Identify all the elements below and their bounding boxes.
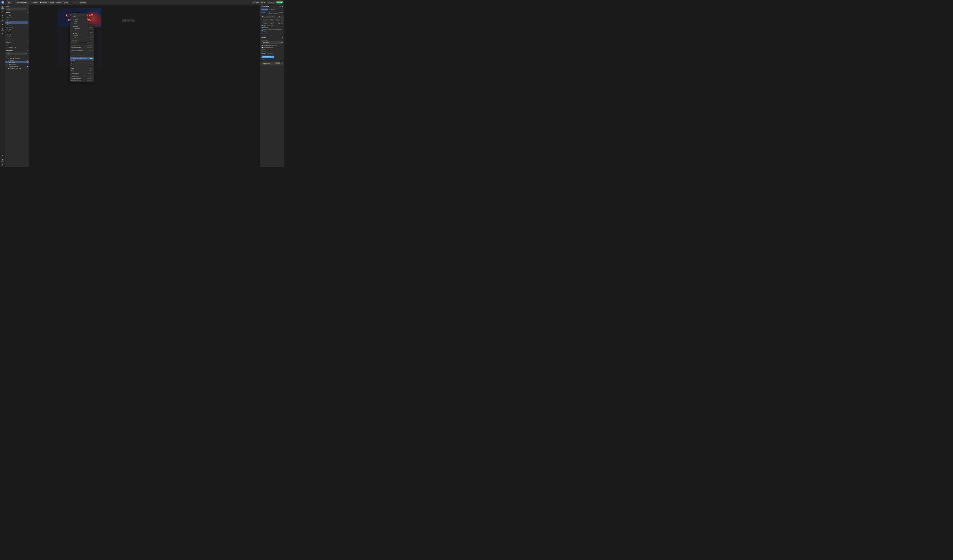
w-input[interactable] xyxy=(263,22,267,24)
y-input[interactable] xyxy=(269,19,274,21)
bubble-logo[interactable]: B xyxy=(2,1,4,4)
section-dropdown[interactable]: index ▾ xyxy=(7,2,12,4)
h-input[interactable] xyxy=(269,22,274,24)
ctx-arrange[interactable]: Arrange... ▶ xyxy=(70,60,94,62)
expand-size-btn[interactable]: ⤢ xyxy=(281,19,282,21)
sidebar-item-data[interactable]: Data xyxy=(1,14,5,19)
version-dropdown[interactable]: marc-dev ▾ xyxy=(267,2,275,4)
ctx-delete[interactable]: Delete DELETE xyxy=(70,70,94,72)
tree-item-dont-have[interactable]: T Don't have an account? xyxy=(5,57,29,59)
fixed-width-checkbox[interactable] xyxy=(262,27,262,28)
expand-icon-2[interactable]: ▶ xyxy=(6,62,7,63)
element-header[interactable]: Element ▾ xyxy=(5,11,29,14)
container-item-repeating[interactable]: ≡ Repeating Group xyxy=(5,46,28,48)
input-disabled-checkbox[interactable] xyxy=(262,47,262,48)
tree-collapse-icon[interactable]: ▾ xyxy=(27,50,28,51)
input-type-btn[interactable]: ⬛ Input ▾ xyxy=(48,1,54,3)
undo-btn[interactable]: ↺ xyxy=(72,1,74,4)
transitions-tab[interactable]: 2 Transitions xyxy=(272,11,278,15)
expand-section-btn[interactable]: ▾ xyxy=(260,34,284,36)
element-item-video[interactable]: ▶ Video xyxy=(5,31,28,33)
elements-tree-header[interactable]: Elements tree ▾ xyxy=(5,49,29,52)
ctx-replace-element[interactable]: ●Replace with another element... New! xyxy=(70,57,94,60)
install-more-elements[interactable]: Install more... xyxy=(5,38,29,40)
x-input[interactable] xyxy=(263,19,267,21)
tree-item-datetime[interactable]: 🕐 Date & Time picker copy xyxy=(5,67,29,70)
align-top-btn[interactable]: ⊤ xyxy=(269,15,271,18)
tree-item-see-more[interactable]: T See More + xyxy=(5,59,29,61)
container-header[interactable]: Container ▾ xyxy=(5,40,29,43)
select-parent-link[interactable]: Select parent xyxy=(260,32,284,34)
reset-size-btn[interactable]: ↩ xyxy=(281,22,283,24)
lock-icon[interactable]: 🔒 xyxy=(26,62,28,63)
ctx-paste-properties[interactable]: Paste properties Option+V xyxy=(70,75,94,77)
visibility-icon[interactable]: 👁 xyxy=(26,56,28,57)
element-item-image[interactable]: 🖼 Image xyxy=(5,24,28,26)
style-more-btn[interactable]: ⋮ xyxy=(281,62,283,64)
responsive-btn[interactable]: ⊞ Responsive xyxy=(79,1,87,3)
lock-ratio-btn[interactable]: ⛓ xyxy=(278,22,280,24)
element-type-btn[interactable]: T Element ▾ xyxy=(31,1,39,3)
ctx-copy-workflows[interactable]: Copy with workflows Shift+Cmd+C xyxy=(70,77,94,80)
align-right-btn[interactable]: ⊣ xyxy=(267,15,269,18)
sidebar-item-market[interactable]: Market xyxy=(1,154,5,158)
dropdown-install-more[interactable]: Install more... xyxy=(71,39,87,42)
ctx-copy-properties[interactable]: Copy properties Option+C xyxy=(70,73,94,75)
visible-on-load-checkbox[interactable] xyxy=(262,25,262,26)
ctx-cut[interactable]: Cut Cmd+X xyxy=(70,63,94,65)
dropdown-item-video[interactable]: ▶ Video xyxy=(71,32,87,34)
tree-item-middle-section[interactable]: ▶ Middle section xyxy=(5,63,29,65)
visibility-icon-2[interactable]: 👁 xyxy=(25,62,26,63)
create-search-input[interactable] xyxy=(6,8,26,11)
tree-item-main-header-2[interactable]: ▶ Main header 👁 🔒 xyxy=(5,61,29,63)
element-item-link[interactable]: 🔗 Link xyxy=(5,21,28,23)
create-header[interactable]: Create ▾ xyxy=(5,5,29,8)
help-btn[interactable]: ? xyxy=(279,6,281,8)
align-center-h-btn[interactable]: ⊥ xyxy=(264,15,266,18)
dropdown-item-text[interactable]: ✓ T Text T xyxy=(71,15,87,18)
element-item-html[interactable]: </> HTML xyxy=(5,33,28,36)
inspector-nav-btn[interactable]: ⚙ Inspector xyxy=(269,8,275,11)
sidebar-item-help[interactable]: Help xyxy=(1,163,5,167)
redo-btn[interactable]: ↻ xyxy=(75,1,76,4)
align-distribute-h-btn[interactable]: ⇔ xyxy=(278,15,281,18)
align-distribute-v-btn[interactable]: ⇕ xyxy=(281,15,283,18)
container-type-btn[interactable]: ⬜ Container ▾ xyxy=(39,1,48,3)
plugin-type-btn[interactable]: ⚙ Plugin ▾ xyxy=(63,1,70,3)
ctx-copy[interactable]: Copy Cmd+C xyxy=(70,65,94,67)
element-collapse-icon[interactable]: ▾ xyxy=(27,12,28,13)
sidebar-item-plugins[interactable]: Plugins xyxy=(1,23,5,27)
dropdown-item-link[interactable]: 🔗 Link L xyxy=(71,23,87,25)
issues-btn[interactable]: ⚠ 2 Issues xyxy=(253,1,259,3)
align-left-btn[interactable]: ⊢ xyxy=(262,15,264,18)
angle-input[interactable] xyxy=(275,19,280,21)
element-item-text[interactable]: T Text xyxy=(5,14,28,17)
ctx-paste-workflows[interactable]: Paste with workflows Shift+Cmd+V xyxy=(70,80,94,82)
dropdown-item-image[interactable]: 🖼 Image xyxy=(71,25,87,27)
dropdown-item-map[interactable]: 📍 Map xyxy=(71,37,87,39)
tree-item-cta-group[interactable]: ▾ Call to action group ◆ xyxy=(5,65,29,67)
sidebar-item-workflow[interactable]: Workflow xyxy=(1,10,5,14)
element-item-button[interactable]: Button xyxy=(5,17,28,19)
align-center-v-btn[interactable]: ↕ xyxy=(272,15,274,18)
collapse-size-btn[interactable]: ⤡ xyxy=(283,19,284,21)
style-select[interactable]: Dropdown fancy xyxy=(262,62,276,65)
dropdown-type-select[interactable]: Static choices xyxy=(262,41,282,44)
bubble-connect-icon[interactable]: ⬢ xyxy=(282,6,283,8)
element-dropdown-btn[interactable]: Choose an element ▾ xyxy=(15,2,29,4)
dropdown-expand-icon[interactable]: ▾ xyxy=(282,42,283,43)
tree-item-main-header-1[interactable]: ▾ Main header 👁 xyxy=(5,55,29,57)
insert-dynamic-btn[interactable]: Insert dynamic data → xyxy=(262,56,274,58)
dropdown-item-button[interactable]: Button xyxy=(71,18,87,20)
dropdown-item-alert[interactable]: ⚠ Alert xyxy=(71,30,87,32)
workflow-nav-btn[interactable]: ⬡ Workflow xyxy=(261,8,269,11)
style-collapse-icon[interactable]: ▾ xyxy=(282,59,283,60)
find-btn[interactable]: Find 🔍 xyxy=(260,1,266,3)
element-item-map[interactable]: 📍 Map xyxy=(5,36,28,38)
element-item-rectangle[interactable]: Rectangle xyxy=(5,26,28,28)
align-bottom-btn[interactable]: ⊥ xyxy=(274,15,276,18)
expand-icon-4[interactable]: ▾ xyxy=(6,66,7,67)
see-reference-tooltip[interactable]: ? See reference → xyxy=(122,20,135,22)
sidebar-item-updates[interactable]: Updates xyxy=(1,158,5,162)
element-item-icon[interactable]: Icon xyxy=(5,19,28,21)
